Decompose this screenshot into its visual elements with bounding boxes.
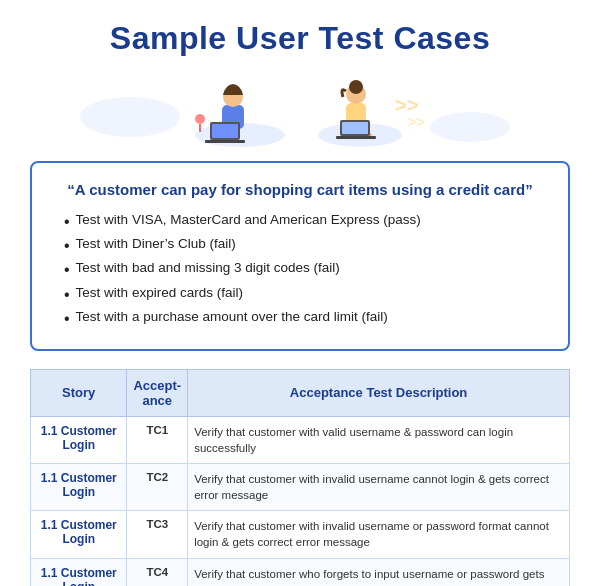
cell-story-3: 1.1 Customer Login [31, 558, 127, 586]
feature-list: Test with VISA, MasterCard and American … [56, 212, 544, 328]
table-header-story: Story [31, 369, 127, 416]
feature-item-1: Test with VISA, MasterCard and American … [64, 212, 544, 231]
cell-tc-2: TC3 [127, 511, 188, 558]
feature-item-2: Test with Diner’s Club (fail) [64, 236, 544, 255]
page-title: Sample User Test Cases [30, 20, 570, 57]
cell-tc-1: TC2 [127, 464, 188, 511]
table-header-acceptance: Accept-ance [127, 369, 188, 416]
illustration-svg: >> >> [160, 67, 440, 147]
svg-text:>>: >> [395, 94, 418, 116]
table-row: 1.1 Customer LoginTC3Verify that custome… [31, 511, 570, 558]
svg-rect-12 [342, 122, 368, 134]
cell-desc-1: Verify that customer with invalid userna… [188, 464, 570, 511]
blob-right-shape [430, 112, 510, 142]
cell-story-0: 1.1 Customer Login [31, 416, 127, 463]
feature-item-4: Test with expired cards (fail) [64, 285, 544, 304]
cell-desc-0: Verify that customer with valid username… [188, 416, 570, 463]
page-container: Sample User Test Cases [0, 0, 600, 586]
feature-quote: “A customer can pay for shopping cart it… [56, 179, 544, 200]
test-cases-table: Story Accept-ance Acceptance Test Descri… [30, 369, 570, 586]
table-header-description: Acceptance Test Description [188, 369, 570, 416]
feature-item-5: Test with a purchase amount over the car… [64, 309, 544, 328]
cell-tc-0: TC1 [127, 416, 188, 463]
cell-story-2: 1.1 Customer Login [31, 511, 127, 558]
table-row: 1.1 Customer LoginTC4Verify that custome… [31, 558, 570, 586]
table-row: 1.1 Customer LoginTC1Verify that custome… [31, 416, 570, 463]
feature-box: “A customer can pay for shopping cart it… [30, 161, 570, 351]
svg-text:>>: >> [408, 114, 424, 130]
feature-item-3: Test with bad and missing 3 digit codes … [64, 260, 544, 279]
svg-point-10 [349, 80, 363, 94]
svg-rect-13 [336, 136, 376, 139]
illustration-area: >> >> [30, 67, 570, 147]
cell-desc-3: Verify that customer who forgets to inpu… [188, 558, 570, 586]
table-row: 1.1 Customer LoginTC2Verify that custome… [31, 464, 570, 511]
svg-point-6 [195, 114, 205, 124]
cell-story-1: 1.1 Customer Login [31, 464, 127, 511]
cell-desc-2: Verify that customer with invalid userna… [188, 511, 570, 558]
svg-rect-5 [205, 140, 245, 143]
svg-rect-4 [212, 124, 238, 138]
cell-tc-3: TC4 [127, 558, 188, 586]
